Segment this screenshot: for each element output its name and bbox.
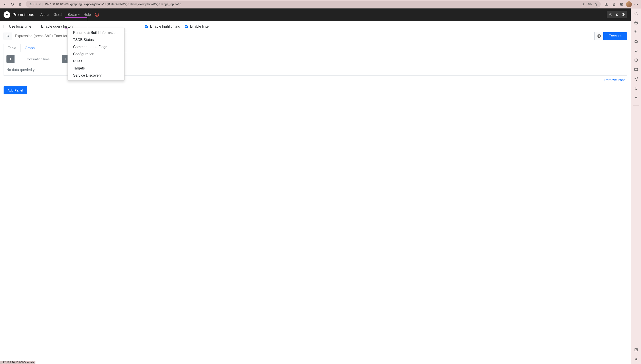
favorites-icon[interactable] bbox=[611, 1, 617, 7]
tab-table[interactable]: Table bbox=[4, 44, 21, 52]
split-screen-icon[interactable] bbox=[603, 1, 609, 7]
sidebar-settings-icon[interactable] bbox=[633, 356, 639, 362]
menu-cmdline-flags[interactable]: Command-Line Flags bbox=[68, 44, 124, 50]
sidebar-toolbox-icon[interactable] bbox=[633, 39, 639, 44]
svg-point-8 bbox=[610, 14, 611, 15]
execute-button[interactable]: Execute bbox=[603, 32, 627, 40]
read-aloud-icon[interactable]: A» bbox=[582, 2, 585, 6]
address-bar[interactable]: 不安全 | 192.168.10.10:9090/graph?g0.expr=&… bbox=[26, 1, 601, 8]
sidebar-collapse-icon[interactable] bbox=[633, 347, 639, 352]
flame-icon bbox=[4, 11, 10, 18]
nav-alerts[interactable]: Alerts bbox=[40, 12, 50, 18]
prometheus-logo[interactable]: Prometheus bbox=[4, 11, 34, 18]
sidebar-search-icon[interactable] bbox=[633, 11, 639, 16]
nav-graph[interactable]: Graph bbox=[54, 12, 63, 18]
menu-targets[interactable]: Targets bbox=[68, 65, 124, 72]
svg-line-16 bbox=[637, 14, 638, 15]
svg-point-15 bbox=[635, 12, 637, 14]
collections-icon[interactable] bbox=[618, 1, 625, 7]
add-panel-button[interactable]: Add Panel bbox=[4, 86, 27, 94]
sidebar-games-icon[interactable] bbox=[633, 48, 639, 54]
settings-gear-icon[interactable] bbox=[607, 12, 614, 17]
svg-point-10 bbox=[7, 35, 9, 37]
eval-time-field[interactable]: Evaluation time bbox=[15, 55, 62, 63]
sidebar-plus-icon[interactable] bbox=[633, 95, 639, 100]
opt-linter[interactable]: Enable linter bbox=[185, 24, 210, 28]
refresh-button[interactable] bbox=[9, 1, 16, 7]
svg-point-25 bbox=[635, 359, 636, 360]
favorite-icon[interactable] bbox=[594, 2, 597, 6]
brand-title: Prometheus bbox=[13, 12, 34, 17]
more-menu-button[interactable]: ⋯ bbox=[633, 2, 639, 7]
insecure-warning-icon: 不安全 bbox=[29, 2, 41, 6]
menu-tsdb-status[interactable]: TSDB Status bbox=[68, 36, 124, 44]
page-content: Prometheus Alerts Graph Status Help ① bbox=[0, 8, 631, 364]
browser-toolbar: 不安全 | 192.168.10.10:9090/graph?g0.expr=&… bbox=[0, 0, 641, 8]
browser-sidebar bbox=[631, 8, 641, 364]
search-icon bbox=[4, 32, 12, 40]
opt-highlighting[interactable]: Enable highlighting bbox=[145, 24, 180, 28]
menu-configuration[interactable]: Configuration bbox=[68, 50, 124, 58]
sidebar-tag-icon[interactable] bbox=[633, 30, 639, 35]
insecure-label: 不安全 bbox=[33, 2, 41, 6]
annotation-1: ① bbox=[95, 13, 99, 17]
home-button[interactable] bbox=[17, 1, 23, 7]
back-button[interactable] bbox=[2, 1, 8, 7]
svg-rect-1 bbox=[30, 5, 31, 5]
sidebar-hex-icon[interactable] bbox=[633, 58, 639, 63]
menu-runtime-build[interactable]: Runtime & Build Information bbox=[68, 29, 124, 36]
contrast-icon[interactable] bbox=[620, 12, 626, 17]
eval-time-prev-button[interactable] bbox=[7, 55, 15, 63]
svg-rect-0 bbox=[30, 4, 31, 5]
status-dropdown-menu: Runtime & Build Information TSDB Status … bbox=[68, 28, 125, 80]
sidebar-bell-icon[interactable] bbox=[633, 86, 639, 91]
svg-point-17 bbox=[634, 21, 638, 24]
menu-rules[interactable]: Rules bbox=[68, 58, 124, 65]
remove-panel-link[interactable]: Remove Panel bbox=[604, 78, 626, 82]
sidebar-copilot-icon[interactable] bbox=[633, 20, 639, 26]
browser-status-bar: 192.168.10.10:9090/targets bbox=[0, 361, 36, 364]
svg-point-21 bbox=[635, 69, 636, 70]
profile-avatar[interactable] bbox=[626, 1, 632, 7]
svg-rect-19 bbox=[635, 41, 637, 42]
nav-status-dropdown[interactable]: Status bbox=[67, 12, 79, 18]
svg-point-18 bbox=[635, 31, 636, 32]
translate-icon[interactable]: aあ bbox=[587, 2, 592, 6]
sidebar-outlook-icon[interactable] bbox=[633, 67, 639, 72]
menu-service-discovery[interactable]: Service Discovery bbox=[68, 72, 124, 79]
url-text: 192.168.10.10:9090/graph?g0.expr=&g0.tab… bbox=[45, 2, 581, 6]
svg-rect-24 bbox=[635, 348, 637, 351]
dark-moon-icon[interactable] bbox=[614, 12, 620, 17]
tab-graph[interactable]: Graph bbox=[21, 44, 39, 52]
opt-local-time[interactable]: Use local time bbox=[4, 24, 31, 28]
svg-line-11 bbox=[9, 37, 9, 38]
prometheus-navbar: Prometheus Alerts Graph Status Help ① bbox=[0, 8, 631, 21]
nav-help[interactable]: Help bbox=[84, 12, 91, 18]
sidebar-send-icon[interactable] bbox=[633, 76, 639, 82]
metrics-explorer-button[interactable] bbox=[594, 32, 603, 40]
